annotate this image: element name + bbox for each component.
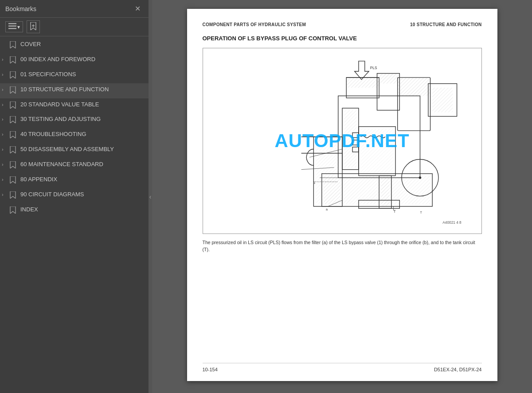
chevron-icon: › <box>2 161 8 167</box>
bookmark-icon <box>10 206 18 216</box>
sidebar-item-90-circuit[interactable]: › 90 CIRCUIT DIAGRAMS <box>0 188 149 203</box>
sidebar-toolbar: ▾ <box>0 18 149 36</box>
page-model: D51EX-24, D51PX-24 <box>434 367 482 372</box>
diagram-container: AUTOPDF.NET PLS <box>203 48 482 234</box>
sidebar-item-20-standard[interactable]: › 20 STANDARD VALUE TABLE <box>0 98 149 113</box>
pdf-page[interactable]: COMPONENT PARTS OF HYDRAULIC SYSTEM 10 S… <box>152 0 532 393</box>
bookmark-icon <box>10 56 18 66</box>
chevron-icon: › <box>2 56 8 62</box>
svg-text:A40021 4 8: A40021 4 8 <box>442 220 462 225</box>
view-dropdown-icon: ▾ <box>17 24 20 30</box>
sidebar-item-00-index[interactable]: › 00 INDEX AND FOREWORD <box>0 53 149 68</box>
bookmark-label: 50 DISASSEMBLY AND ASSEMBLY <box>20 146 145 153</box>
bookmark-icon <box>10 161 18 171</box>
sidebar-item-40-trouble[interactable]: › 40 TROUBLESHOOTING <box>0 128 149 143</box>
svg-point-29 <box>419 176 421 179</box>
bookmark-list: COVER› 00 INDEX AND FOREWORD› 01 SPECIFI… <box>0 36 149 393</box>
bookmark-icon <box>10 41 18 51</box>
chevron-icon: › <box>2 101 8 108</box>
sidebar-close-button[interactable]: ✕ <box>132 4 143 14</box>
chevron-icon: › <box>2 191 8 198</box>
sidebar-header: Bookmarks ✕ <box>0 0 149 18</box>
bookmark-icon <box>10 116 18 125</box>
chevron-icon: › <box>2 86 8 93</box>
main-content: COMPONENT PARTS OF HYDRAULIC SYSTEM 10 S… <box>152 0 532 393</box>
watermark: AUTOPDF.NET <box>274 130 409 152</box>
page-document: COMPONENT PARTS OF HYDRAULIC SYSTEM 10 S… <box>187 9 497 381</box>
sidebar-item-cover[interactable]: COVER <box>0 38 149 53</box>
sidebar-item-01-spec[interactable]: › 01 SPECIFICATIONS <box>0 68 149 83</box>
svg-rect-1 <box>8 26 16 27</box>
page-header: COMPONENT PARTS OF HYDRAULIC SYSTEM 10 S… <box>203 22 482 27</box>
sidebar-item-10-structure[interactable]: › 10 STRUCTURE AND FUNCTION <box>0 83 149 98</box>
diagram-caption: The pressurized oil in LS circuit (PLS) … <box>203 239 482 253</box>
chevron-icon <box>2 206 8 206</box>
sidebar-item-80-appendix[interactable]: › 80 APPENDIX <box>0 173 149 188</box>
svg-rect-40 <box>381 178 389 206</box>
chevron-icon: › <box>2 131 8 137</box>
sidebar: Bookmarks ✕ ▾ <box>0 0 149 393</box>
bookmark-icon <box>10 191 18 201</box>
bookmark-label: 20 STANDARD VALUE TABLE <box>20 101 145 109</box>
svg-text:1: 1 <box>313 181 315 185</box>
sidebar-title: Bookmarks <box>5 5 36 12</box>
resize-handle[interactable] <box>149 0 152 393</box>
view-options-button[interactable]: ▾ <box>5 21 23 32</box>
svg-rect-15 <box>397 78 430 96</box>
bookmark-icon <box>10 71 18 81</box>
bookmark-icon <box>10 86 18 96</box>
sidebar-item-30-testing[interactable]: › 30 TESTING AND ADJUSTING <box>0 113 149 128</box>
bookmark-label: 30 TESTING AND ADJUSTING <box>20 116 145 123</box>
view-icon <box>8 23 16 31</box>
svg-rect-0 <box>8 23 16 24</box>
chevron-icon: › <box>2 116 8 122</box>
bookmark-icon <box>10 101 18 111</box>
page-footer: 10-154 D51EX-24, D51PX-24 <box>203 363 482 372</box>
add-bookmark-button[interactable] <box>27 20 40 33</box>
svg-text:T: T <box>393 209 395 214</box>
bookmark-icon <box>10 131 18 140</box>
svg-rect-13 <box>346 78 379 88</box>
bookmark-add-icon <box>30 22 37 31</box>
chevron-icon <box>2 41 8 41</box>
bookmark-label: 01 SPECIFICATIONS <box>20 71 145 78</box>
svg-rect-17 <box>432 88 453 112</box>
svg-text:T: T <box>420 210 422 214</box>
page-number: 10-154 <box>203 367 218 372</box>
bookmark-label: 00 INDEX AND FOREWORD <box>20 56 145 63</box>
svg-rect-2 <box>8 28 16 29</box>
bookmark-icon <box>10 146 18 156</box>
section-title: OPERATION OF LS BYPASS PLUG OF CONTROL V… <box>203 35 482 42</box>
bookmark-label: 90 CIRCUIT DIAGRAMS <box>20 191 145 198</box>
sidebar-item-50-disassembly[interactable]: › 50 DISASSEMBLY AND ASSEMBLY <box>0 143 149 158</box>
bookmark-label: COVER <box>20 41 145 48</box>
page-header-left: COMPONENT PARTS OF HYDRAULIC SYSTEM <box>203 22 306 27</box>
bookmark-label: 10 STRUCTURE AND FUNCTION <box>20 86 145 93</box>
bookmark-label: 80 APPENDIX <box>20 176 145 183</box>
svg-text:PLS: PLS <box>370 66 377 70</box>
bookmark-icon <box>10 176 18 186</box>
chevron-icon: › <box>2 71 8 78</box>
bookmark-label: 60 MAINTENANCE STANDARD <box>20 161 145 168</box>
svg-rect-14 <box>377 74 399 84</box>
chevron-icon: › <box>2 146 8 152</box>
chevron-icon: › <box>2 176 8 183</box>
page-header-right: 10 STRUCTURE AND FUNCTION <box>410 22 482 27</box>
bookmark-label: INDEX <box>20 206 145 214</box>
bookmark-label: 40 TROUBLESHOOTING <box>20 131 145 138</box>
sidebar-item-60-maintenance[interactable]: › 60 MAINTENANCE STANDARD <box>0 158 149 173</box>
sidebar-item-index[interactable]: INDEX <box>0 203 149 218</box>
